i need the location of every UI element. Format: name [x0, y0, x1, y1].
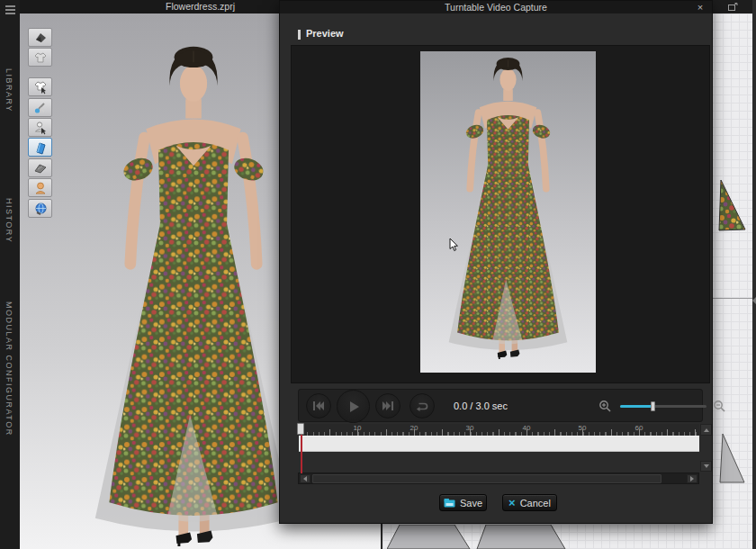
cancel-button[interactable]: × Cancel: [502, 494, 557, 511]
garment-select-icon[interactable]: [28, 77, 52, 96]
time-display: 0.0 / 3.0 sec: [454, 400, 508, 411]
hscroll-right-icon[interactable]: [687, 474, 698, 483]
ruler-tick-label: 60: [630, 424, 648, 432]
timeline-ruler[interactable]: 10 20 30 40 50 60: [298, 424, 699, 436]
garment-3d-icon[interactable]: [28, 28, 52, 47]
cloth-drape-icon[interactable]: [28, 158, 52, 177]
dialog-title: Turntable Video Capture: [445, 2, 547, 13]
dialog-titlebar: Turntable Video Capture: [280, 1, 712, 14]
timeline-track[interactable]: [299, 436, 699, 452]
right-edge-strip: [752, 0, 756, 549]
timeline-scroll-down-icon[interactable]: [700, 461, 712, 472]
rail-tab-modular-configurator[interactable]: MODULAR CONFIGURATOR: [4, 302, 14, 436]
pattern-guide-line: [713, 298, 752, 299]
ruler-tick-label: 30: [461, 424, 479, 432]
preview-render: [420, 51, 596, 373]
rail-tab-library[interactable]: LIBRARY: [4, 68, 14, 112]
pattern-pieces-bottom[interactable]: [387, 525, 576, 549]
app-screen: Flowerdress.zprj: [0, 0, 756, 549]
globe-icon[interactable]: [28, 199, 52, 218]
ruler-tick-label: 20: [405, 424, 423, 432]
zoom-out-icon[interactable]: [713, 400, 726, 413]
save-button-label: Save: [460, 498, 482, 508]
avatar-preview-render: [445, 52, 572, 359]
pattern-piece-gray-triangle[interactable]: [719, 432, 746, 486]
rail-tab-history[interactable]: HISTORY: [4, 198, 14, 243]
cancel-button-label: Cancel: [520, 498, 551, 508]
texture-brush-icon[interactable]: [28, 98, 52, 117]
cancel-x-icon: ×: [508, 497, 516, 508]
preview-section-bar: [298, 30, 301, 40]
timeline-hscrollbar[interactable]: [298, 472, 699, 484]
go-to-start-icon[interactable]: [306, 393, 331, 418]
avatar-head-icon[interactable]: [28, 178, 52, 197]
save-icon: [444, 498, 455, 508]
hscroll-left-icon[interactable]: [300, 474, 310, 483]
ruler-tick-label: 50: [573, 424, 591, 432]
hscroll-thumb[interactable]: [312, 474, 662, 483]
avatar-3d-render: [88, 38, 299, 546]
playhead-handle[interactable]: [297, 423, 304, 435]
popout-icon[interactable]: [728, 3, 738, 11]
save-button[interactable]: Save: [439, 494, 487, 511]
zoom-in-icon[interactable]: [598, 400, 612, 413]
go-to-end-icon[interactable]: [375, 393, 400, 418]
ruler-tick-label: 40: [518, 424, 536, 432]
zoom-slider-fill: [620, 405, 652, 408]
garment-outline-icon[interactable]: [28, 48, 52, 67]
fabric-swatch-icon[interactable]: [28, 138, 52, 157]
play-icon[interactable]: [337, 390, 370, 423]
ruler-tick-label: 10: [348, 424, 366, 432]
pattern-piece-floral-triangle[interactable]: [718, 178, 747, 234]
transport-bar: 0.0 / 3.0 sec: [298, 389, 703, 422]
zoom-slider-handle[interactable]: [651, 401, 655, 411]
close-icon[interactable]: ×: [694, 1, 706, 14]
timeline-scroll-up-icon[interactable]: [700, 424, 712, 436]
preview-panel: [291, 45, 710, 383]
turntable-video-capture-dialog: Turntable Video Capture × Preview: [279, 0, 713, 524]
loop-icon[interactable]: [410, 393, 435, 418]
main-window-title: Flowerdress.zprj: [166, 1, 235, 12]
preview-section-label: Preview: [306, 28, 344, 39]
collapse-arrow-icon[interactable]: [752, 297, 756, 304]
hamburger-icon[interactable]: [5, 5, 15, 7]
mouse-cursor-icon: [449, 238, 458, 252]
avatar-select-icon[interactable]: [28, 118, 52, 137]
left-rail: LIBRARY HISTORY MODULAR CONFIGURATOR: [0, 0, 20, 549]
